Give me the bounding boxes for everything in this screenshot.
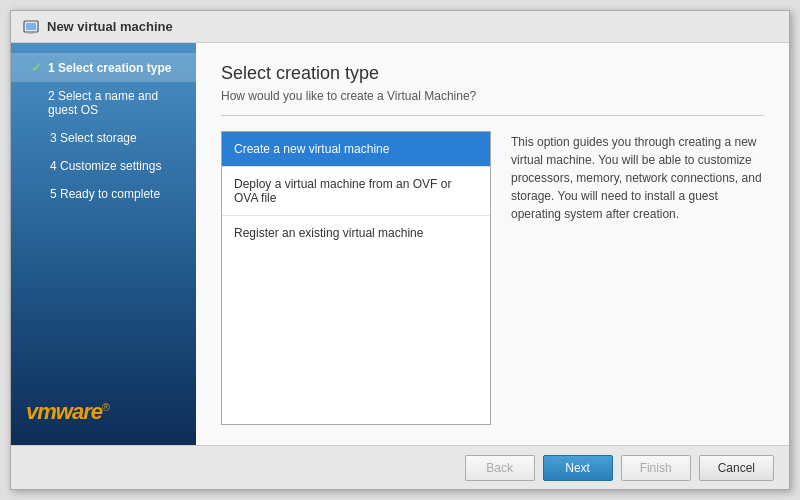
main-content: Select creation type How would you like …	[196, 43, 789, 445]
cancel-button[interactable]: Cancel	[699, 455, 774, 481]
svg-rect-2	[28, 32, 34, 34]
footer: Back Next Finish Cancel	[11, 445, 789, 489]
finish-button[interactable]: Finish	[621, 455, 691, 481]
sidebar-label-step1: 1 Select creation type	[48, 61, 171, 75]
dialog-title: New virtual machine	[47, 19, 173, 34]
back-button[interactable]: Back	[465, 455, 535, 481]
main-title: Select creation type	[221, 63, 764, 84]
dialog: New virtual machine ✓ 1 Select creation …	[10, 10, 790, 490]
option-create-new[interactable]: Create a new virtual machine	[222, 132, 490, 167]
sidebar-item-step4[interactable]: 4 Customize settings	[11, 152, 196, 180]
sidebar: ✓ 1 Select creation type 2 Select a name…	[11, 43, 196, 445]
divider	[221, 115, 764, 116]
sidebar-item-step3[interactable]: 3 Select storage	[11, 124, 196, 152]
svg-rect-1	[26, 23, 36, 30]
sidebar-label-step3: 3 Select storage	[50, 131, 137, 145]
sidebar-label-step5: 5 Ready to complete	[50, 187, 160, 201]
description-panel: This option guides you through creating …	[511, 131, 764, 425]
sidebar-item-step1[interactable]: ✓ 1 Select creation type	[11, 53, 196, 82]
vmware-logo: vmware®	[26, 399, 109, 425]
title-bar: New virtual machine	[11, 11, 789, 43]
vm-icon	[23, 19, 39, 35]
description-text: This option guides you through creating …	[511, 135, 762, 221]
next-button[interactable]: Next	[543, 455, 613, 481]
sidebar-item-step5[interactable]: 5 Ready to complete	[11, 180, 196, 208]
sidebar-item-step2[interactable]: 2 Select a name and guest OS	[11, 82, 196, 124]
option-deploy-ovf[interactable]: Deploy a virtual machine from an OVF or …	[222, 167, 490, 216]
sidebar-label-step4: 4 Customize settings	[50, 159, 161, 173]
check-icon-step1: ✓	[31, 60, 42, 75]
options-list: Create a new virtual machine Deploy a vi…	[221, 131, 491, 425]
option-register-existing[interactable]: Register an existing virtual machine	[222, 216, 490, 250]
middle-section: Create a new virtual machine Deploy a vi…	[221, 131, 764, 425]
main-subtitle: How would you like to create a Virtual M…	[221, 89, 764, 103]
sidebar-label-step2: 2 Select a name and guest OS	[48, 89, 186, 117]
content-area: ✓ 1 Select creation type 2 Select a name…	[11, 43, 789, 445]
